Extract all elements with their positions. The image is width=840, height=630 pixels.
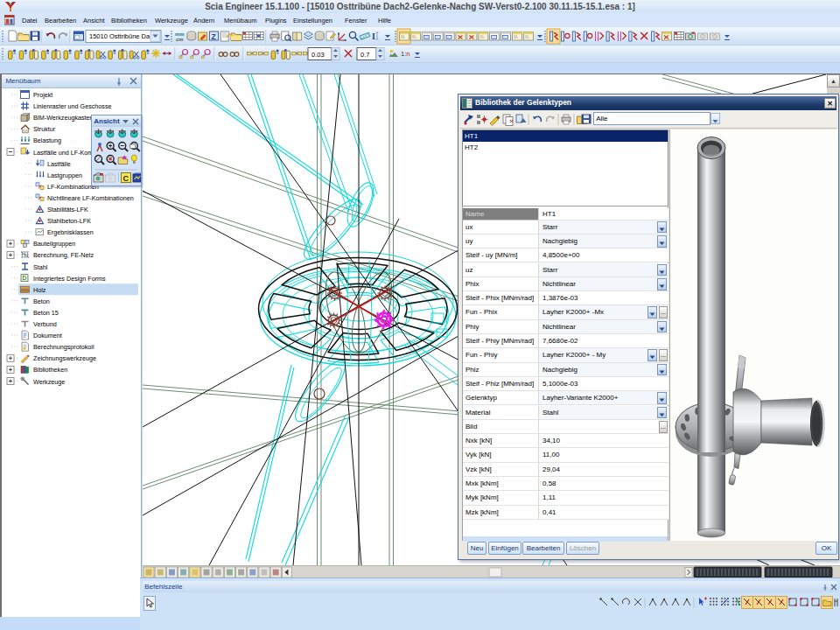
svg-text:C: C <box>123 174 130 183</box>
svg-text:Werkzeuge: Werkzeuge <box>33 378 65 386</box>
svg-text:0.7: 0.7 <box>360 51 369 59</box>
svg-text:Stahlbeton-LFK: Stahlbeton-LFK <box>47 217 91 225</box>
svg-text:15010 Osttribüne Da: 15010 Osttribüne Da <box>89 32 150 40</box>
svg-text:I: I <box>372 32 375 41</box>
svg-text:Ergebnisklassen: Ergebnisklassen <box>47 228 94 236</box>
svg-text:Projekt: Projekt <box>33 91 52 99</box>
svg-text:Zeichnungswerkzeuge: Zeichnungswerkzeuge <box>33 354 96 362</box>
svg-text:cm: cm <box>176 37 184 42</box>
svg-text:BIM-Werkzeugkasten: BIM-Werkzeugkasten <box>33 114 94 122</box>
svg-text:Lastfälle und LF-Komb: Lastfälle und LF-Komb <box>33 149 96 157</box>
svg-text:Stahl: Stahl <box>33 263 48 271</box>
svg-text:Struktur: Struktur <box>33 125 56 133</box>
svg-text:Z: Z <box>211 32 215 41</box>
svg-text:Stabilitäts-LFK: Stabilitäts-LFK <box>47 206 88 214</box>
svg-text:Bauteilgruppen: Bauteilgruppen <box>33 240 75 248</box>
svg-text:Nichtlineare LF-Kombinationen: Nichtlineare LF-Kombinationen <box>47 194 134 202</box>
svg-text:Beton: Beton <box>33 298 50 305</box>
svg-text:D: D <box>23 275 27 281</box>
svg-text:Berechnung, FE-Netz: Berechnung, FE-Netz <box>33 251 94 259</box>
svg-text:Bibliotheken: Bibliotheken <box>33 366 67 374</box>
svg-text:1:n: 1:n <box>401 50 410 58</box>
svg-text:Berechnungsprotokoll: Berechnungsprotokoll <box>33 343 94 351</box>
svg-text:Beton 15: Beton 15 <box>33 309 59 317</box>
svg-text:0.03: 0.03 <box>312 51 325 59</box>
svg-text:Verbund: Verbund <box>33 320 57 328</box>
svg-text:Integriertes Design Forms: Integriertes Design Forms <box>33 275 106 283</box>
svg-text:Holz: Holz <box>33 286 46 294</box>
svg-text:Lastfälle: Lastfälle <box>47 160 71 168</box>
svg-text:Lastgruppen: Lastgruppen <box>47 172 82 179</box>
svg-text:Linienraster und Geschosse: Linienraster und Geschosse <box>33 102 112 110</box>
svg-text:Belastung: Belastung <box>33 136 61 144</box>
svg-text:Dokument: Dokument <box>33 332 62 340</box>
